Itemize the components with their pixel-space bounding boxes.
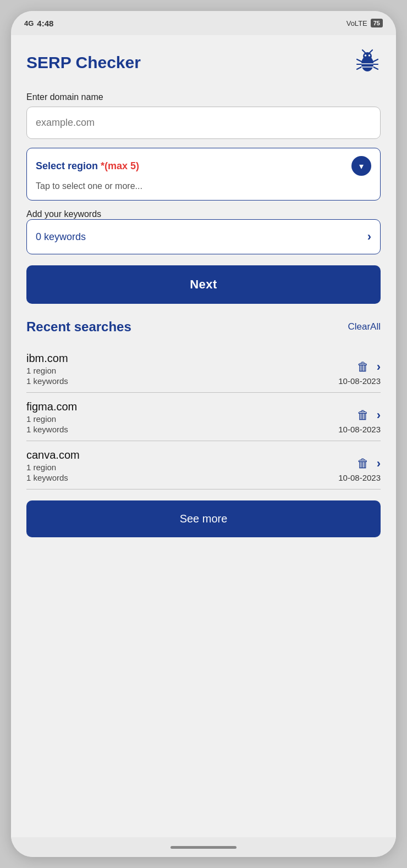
- svg-point-2: [365, 54, 367, 57]
- search-item-right: 🗑 › 10-08-2023: [338, 408, 381, 434]
- delete-icon[interactable]: 🗑: [357, 457, 369, 471]
- header: SERP Checker: [26, 48, 381, 77]
- search-item-right: 🗑 › 10-08-2023: [338, 360, 381, 386]
- search-domain: canva.com: [26, 449, 80, 461]
- search-date: 10-08-2023: [338, 376, 381, 386]
- keywords-label: Add your keywords: [26, 209, 101, 219]
- search-actions: 🗑 ›: [357, 408, 381, 422]
- battery-indicator: 75: [371, 19, 383, 27]
- navigate-icon[interactable]: ›: [377, 457, 381, 471]
- search-region: 1 region: [26, 463, 80, 472]
- search-keywords: 1 keywords: [26, 473, 80, 482]
- search-item: ibm.com 1 region 1 keywords 🗑 › 10-08-20…: [26, 344, 381, 393]
- search-date: 10-08-2023: [338, 425, 381, 434]
- home-indicator: [170, 846, 237, 849]
- delete-icon[interactable]: 🗑: [357, 408, 369, 422]
- search-actions: 🗑 ›: [357, 360, 381, 374]
- search-domain: figma.com: [26, 400, 77, 413]
- status-bar: 4G 4:48 VoLTE 75: [11, 11, 396, 35]
- search-item-left: figma.com 1 region 1 keywords: [26, 400, 77, 434]
- search-item-left: canva.com 1 region 1 keywords: [26, 449, 80, 482]
- search-domain: ibm.com: [26, 352, 68, 365]
- chevron-down-icon: ▾: [359, 161, 364, 171]
- clear-all-button[interactable]: ClearAll: [348, 321, 381, 332]
- main-content: SERP Checker: [11, 35, 396, 837]
- keywords-box[interactable]: 0 keywords ›: [26, 219, 381, 254]
- domain-input[interactable]: [36, 117, 371, 129]
- region-max-label: *(max 5): [101, 160, 139, 171]
- search-keywords: 1 keywords: [26, 425, 77, 434]
- region-selector[interactable]: Select region *(max 5) ▾ Tap to select o…: [26, 148, 381, 201]
- see-more-button[interactable]: See more: [26, 500, 381, 537]
- svg-point-3: [369, 54, 371, 57]
- signal-bars: 4:48: [37, 19, 53, 28]
- volte-label: VoLTE: [346, 19, 367, 27]
- svg-line-9: [373, 59, 378, 62]
- keywords-count: 0 keywords: [36, 231, 86, 243]
- search-date: 10-08-2023: [338, 473, 381, 482]
- search-item: figma.com 1 region 1 keywords 🗑 › 10-08-…: [26, 393, 381, 441]
- search-actions: 🗑 ›: [357, 457, 381, 471]
- svg-line-8: [357, 67, 361, 69]
- region-dropdown-button[interactable]: ▾: [351, 156, 371, 176]
- search-region: 1 region: [26, 414, 77, 424]
- domain-input-wrapper[interactable]: [26, 107, 381, 139]
- navigate-icon[interactable]: ›: [377, 360, 381, 374]
- keywords-section: Add your keywords 0 keywords ›: [26, 209, 381, 254]
- chevron-right-icon: ›: [367, 230, 371, 244]
- next-button[interactable]: Next: [26, 265, 381, 304]
- svg-line-6: [357, 59, 361, 62]
- search-item-left: ibm.com 1 region 1 keywords: [26, 352, 68, 386]
- navigate-icon[interactable]: ›: [377, 408, 381, 422]
- svg-point-1: [363, 52, 372, 60]
- bottom-bar: [11, 837, 396, 857]
- network-icon: 4G: [24, 19, 34, 27]
- bug-icon: [354, 48, 381, 77]
- status-left: 4G 4:48: [24, 19, 53, 28]
- recent-searches-header: Recent searches ClearAll: [26, 319, 381, 335]
- search-item-right: 🗑 › 10-08-2023: [338, 457, 381, 482]
- svg-line-11: [373, 67, 378, 69]
- page-title: SERP Checker: [26, 53, 141, 72]
- delete-icon[interactable]: 🗑: [357, 360, 369, 374]
- search-item: canva.com 1 region 1 keywords 🗑 › 10-08-…: [26, 441, 381, 489]
- search-keywords: 1 keywords: [26, 376, 68, 386]
- svg-line-5: [370, 50, 372, 53]
- svg-line-4: [362, 50, 365, 53]
- status-right: VoLTE 75: [346, 19, 383, 27]
- domain-label: Enter domain name: [26, 92, 381, 102]
- region-label: Select region *(max 5): [36, 160, 139, 172]
- search-region: 1 region: [26, 366, 68, 375]
- recent-searches-title: Recent searches: [26, 319, 131, 335]
- region-header: Select region *(max 5) ▾: [36, 156, 371, 176]
- region-placeholder-text: Tap to select one or more...: [36, 181, 371, 191]
